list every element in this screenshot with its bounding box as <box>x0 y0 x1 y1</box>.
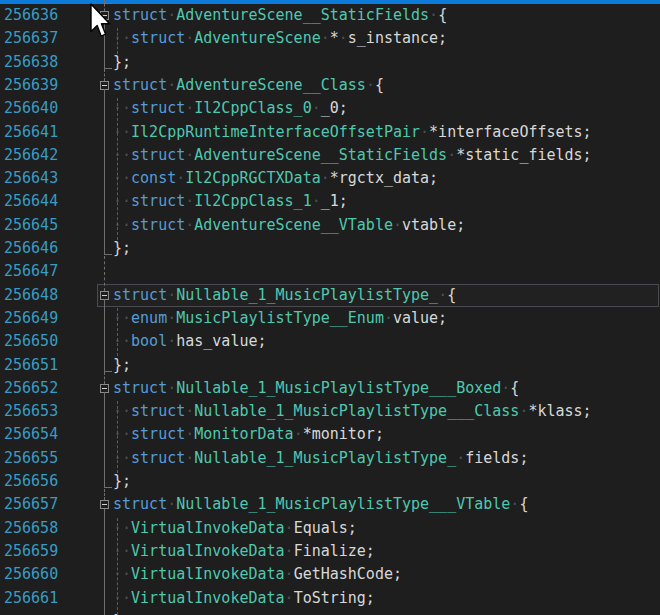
token-whitespace-dots: ·· <box>113 146 131 164</box>
token-whitespace-dots: · <box>285 519 294 537</box>
code-line-text[interactable]: struct·Nullable_1_MusicPlaylistType___Bo… <box>113 377 519 400</box>
line-number[interactable]: 256650 <box>4 330 58 353</box>
token-whitespace-dots: ·· <box>113 192 131 210</box>
code-line: 256657struct·Nullable_1_MusicPlaylistTyp… <box>0 493 660 516</box>
token-keyword: struct <box>131 146 185 164</box>
line-number[interactable]: 256637 <box>4 27 58 50</box>
code-line-text[interactable]: ··struct·Il2CppClass_1·_1; <box>113 190 348 213</box>
token-whitespace-dots: · <box>167 286 176 304</box>
line-number[interactable]: 256636 <box>4 4 58 27</box>
code-line-text[interactable]: struct·Nullable_1_MusicPlaylistType___VT… <box>113 493 528 516</box>
line-number[interactable]: 256654 <box>4 423 58 446</box>
token-keyword: struct <box>131 99 185 117</box>
line-number[interactable]: 256655 <box>4 447 58 470</box>
token-whitespace-dots: · <box>438 286 447 304</box>
code-line-text[interactable]: ··struct·Nullable_1_MusicPlaylistType_·f… <box>113 447 528 470</box>
token-plain: }; <box>113 239 131 257</box>
line-number[interactable]: 256661 <box>4 587 58 610</box>
token-plain: { <box>519 495 528 513</box>
code-line-text[interactable]: ··struct·AdventureScene__VTable·vtable; <box>113 214 465 237</box>
code-line-text[interactable]: }; <box>113 237 131 260</box>
token-whitespace-dots: · <box>167 309 176 327</box>
code-line-text[interactable]: ··struct·AdventureScene__StaticFields·*s… <box>113 144 592 167</box>
line-number[interactable]: 256657 <box>4 493 58 516</box>
token-whitespace-dots: · <box>321 169 330 187</box>
code-line-text[interactable]: }; <box>113 51 131 74</box>
line-number[interactable]: 256656 <box>4 470 58 493</box>
token-type: VirtualInvokeData <box>131 589 285 607</box>
code-line-text[interactable]: }; <box>113 354 131 377</box>
token-whitespace-dots: · <box>312 99 321 117</box>
token-keyword: const <box>131 169 176 187</box>
line-number[interactable]: 256639 <box>4 74 58 97</box>
token-plain: _0; <box>321 99 348 117</box>
code-line-text[interactable]: ··VirtualInvokeData·Equals; <box>113 517 357 540</box>
fold-minus-icon <box>102 504 107 505</box>
line-number[interactable]: 256642 <box>4 144 58 167</box>
fold-minus-icon <box>102 388 107 389</box>
token-keyword: struct <box>113 379 167 397</box>
line-number[interactable]: 256648 <box>4 284 58 307</box>
token-type: Il2CppClass_1 <box>194 192 311 210</box>
code-line-text[interactable]: struct·AdventureScene__StaticFields·{ <box>113 4 447 27</box>
token-plain: *monitor; <box>303 425 384 443</box>
line-number[interactable]: 256659 <box>4 540 58 563</box>
token-type: VirtualInvokeData <box>131 542 285 560</box>
code-line: 256658··VirtualInvokeData·Equals; <box>0 517 660 540</box>
line-number[interactable]: 256658 <box>4 517 58 540</box>
code-line-text[interactable]: ··struct·MonitorData·*monitor; <box>113 423 384 446</box>
token-whitespace-dots: · <box>185 402 194 420</box>
code-line-text[interactable]: ··struct·Nullable_1_MusicPlaylistType___… <box>113 400 592 423</box>
line-number[interactable]: 256640 <box>4 97 58 120</box>
token-plain: Equals; <box>294 519 357 537</box>
line-number[interactable]: 256645 <box>4 214 58 237</box>
code-line: 256648struct·Nullable_1_MusicPlaylistTyp… <box>0 284 660 307</box>
code-line-text[interactable]: ··struct·AdventureScene·*·s_instance; <box>113 27 447 50</box>
line-number[interactable]: 256644 <box>4 190 58 213</box>
token-whitespace-dots: · <box>185 146 194 164</box>
token-plain: *static_fields; <box>456 146 591 164</box>
line-number[interactable]: 256653 <box>4 400 58 423</box>
line-number[interactable]: 256651 <box>4 354 58 377</box>
code-line-text[interactable]: struct·AdventureScene__Class·{ <box>113 74 384 97</box>
line-number[interactable]: 256649 <box>4 307 58 330</box>
token-whitespace-dots: ·· <box>113 309 131 327</box>
token-whitespace-dots: ·· <box>113 519 131 537</box>
line-number[interactable]: 256660 <box>4 563 58 586</box>
code-line-text[interactable]: ··VirtualInvokeData·GetHashCode; <box>113 563 402 586</box>
token-whitespace-dots: · <box>285 565 294 583</box>
code-line-text[interactable]: ··VirtualInvokeData·Finalize; <box>113 540 375 563</box>
code-line-text[interactable]: ··bool·has_value; <box>113 330 267 353</box>
token-whitespace-dots: · <box>167 379 176 397</box>
token-whitespace-dots: · <box>321 29 330 47</box>
token-plain: { <box>447 286 456 304</box>
code-line-text[interactable]: ··struct·Il2CppClass_0·_0; <box>113 97 348 120</box>
token-type: MusicPlaylistType__Enum <box>176 309 384 327</box>
line-number[interactable]: 256641 <box>4 121 58 144</box>
code-line: 256654··struct·MonitorData·*monitor; <box>0 423 660 446</box>
mouse-cursor-icon <box>89 3 113 41</box>
token-type: Nullable_1_MusicPlaylistType___VTable <box>176 495 510 513</box>
code-line: 256638}; <box>0 51 660 74</box>
line-number[interactable]: 256647 <box>4 260 58 283</box>
line-number[interactable]: 256652 <box>4 377 58 400</box>
code-line-text[interactable]: ··const·Il2CppRGCTXData·*rgctx_data; <box>113 167 438 190</box>
code-line-text[interactable]: ··enum·MusicPlaylistType__Enum·value; <box>113 307 447 330</box>
token-whitespace-dots: ·· <box>113 216 131 234</box>
line-number[interactable]: 256646 <box>4 237 58 260</box>
code-line: 256659··VirtualInvokeData·Finalize; <box>0 540 660 563</box>
code-line-text[interactable]: ··Il2CppRuntimeInterfaceOffsetPair·*inte… <box>113 121 592 144</box>
code-line: 256652struct·Nullable_1_MusicPlaylistTyp… <box>0 377 660 400</box>
line-number[interactable]: 256638 <box>4 51 58 74</box>
token-keyword: struct <box>131 29 185 47</box>
line-number[interactable]: 256643 <box>4 167 58 190</box>
token-whitespace-dots: · <box>185 192 194 210</box>
fold-scope-line <box>104 89 105 255</box>
token-plain: { <box>510 379 519 397</box>
token-type: Nullable_1_MusicPlaylistType___Boxed <box>176 379 501 397</box>
code-line-text[interactable]: }; <box>113 470 131 493</box>
code-line-text[interactable]: struct·Nullable_1_MusicPlaylistType_·{ <box>113 284 456 307</box>
code-line-text[interactable]: ··VirtualInvokeData·ToString; <box>113 587 375 610</box>
token-whitespace-dots: ·· <box>113 589 131 607</box>
token-whitespace-dots: · <box>393 216 402 234</box>
